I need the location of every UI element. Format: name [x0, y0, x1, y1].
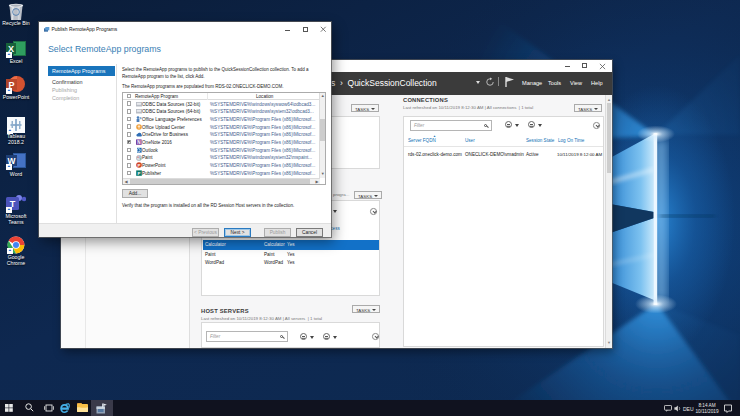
svg-text:P: P: [137, 171, 140, 176]
svg-text:P: P: [137, 163, 140, 168]
